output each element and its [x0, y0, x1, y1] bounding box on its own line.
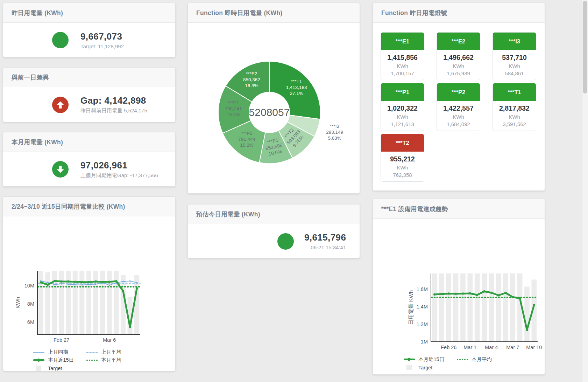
- target-bar: [432, 273, 437, 342]
- data-point[interactable]: [136, 282, 137, 283]
- tile-value: 2,817,832: [493, 104, 536, 112]
- legend-marker-icon: [33, 359, 44, 361]
- data-point[interactable]: [483, 290, 485, 292]
- donut-chart-canvas[interactable]: ***T11,413,18327.1%***I3293,1495.63%***T…: [188, 23, 360, 190]
- data-point[interactable]: [68, 284, 69, 285]
- data-point[interactable]: [54, 284, 55, 285]
- data-point[interactable]: [74, 281, 76, 283]
- tile-unit: KWh: [437, 63, 480, 69]
- data-point[interactable]: [54, 280, 56, 282]
- data-point[interactable]: [504, 292, 506, 294]
- data-point[interactable]: [497, 294, 500, 296]
- data-point[interactable]: [81, 284, 83, 286]
- card-title-estimate: 預估今日用電量 (KWh): [188, 204, 360, 224]
- kpi-timestamp: 06-21 15:34:41: [304, 244, 346, 250]
- tile-value: 955,212: [381, 155, 424, 163]
- data-point[interactable]: [94, 280, 97, 283]
- data-point[interactable]: [101, 281, 104, 283]
- kpi-text: 9,615,796 06-21 15:34:41: [304, 232, 346, 250]
- title-text: Function 昨日用電燈號: [381, 9, 447, 17]
- e1-trend-chart-area[interactable]: 1M1.2M1.4M1.6MFeb 26Mar 1Mar 4Mar 7Mar 1…: [373, 272, 545, 353]
- data-point[interactable]: [47, 284, 49, 286]
- tile-label: ***I3: [493, 33, 536, 50]
- y-axis-title: KWh: [15, 297, 21, 309]
- data-point[interactable]: [61, 283, 62, 285]
- legend-item-line[interactable]: 上月同期: [33, 348, 86, 356]
- data-point[interactable]: [88, 284, 90, 285]
- kpi-value: 9,615,796: [304, 232, 346, 243]
- donut-chart-area[interactable]: ***T11,413,18327.1%***I3293,1495.63%***T…: [188, 23, 360, 190]
- title-text: 2/24~3/10 近15日同期用電量比較 (KWh): [12, 202, 125, 211]
- status-tile-t1: ***T12,817,832KWh3,591,562: [493, 83, 536, 131]
- data-point[interactable]: [129, 326, 131, 328]
- target-bar: [79, 271, 84, 334]
- legend-item-dotted[interactable]: 本月平均: [86, 356, 140, 364]
- kpi-value: 97,026,961: [80, 160, 158, 171]
- data-point[interactable]: [533, 304, 535, 306]
- data-point[interactable]: [81, 281, 83, 283]
- kpi-text: Gap: 4,142,898 昨日與前日用電量 5,524,175: [80, 95, 147, 114]
- data-point[interactable]: [519, 297, 521, 299]
- data-point[interactable]: [455, 293, 457, 295]
- data-point[interactable]: [109, 284, 110, 286]
- data-point[interactable]: [469, 292, 471, 294]
- data-point[interactable]: [88, 281, 90, 283]
- data-point[interactable]: [129, 280, 131, 282]
- x-tick-label: Feb 26: [441, 345, 456, 350]
- tile-label: ***T2: [381, 134, 424, 152]
- data-point[interactable]: [115, 280, 117, 282]
- tile-target-value: 3,591,562: [493, 121, 536, 127]
- e1-trend-chart-canvas[interactable]: 1M1.2M1.4M1.6MFeb 26Mar 1Mar 4Mar 7Mar 1…: [375, 272, 543, 353]
- data-point[interactable]: [75, 284, 76, 285]
- legend-label: 上月同期: [48, 349, 68, 355]
- data-point[interactable]: [440, 293, 442, 295]
- legend-item-dashed[interactable]: 上月平均: [86, 348, 140, 356]
- legend-item-box[interactable]: Target: [33, 364, 86, 371]
- data-point[interactable]: [60, 280, 62, 283]
- card-yesterday-usage: 昨日用電量 (KWh) 9,667,073 Target: 11,128,992: [3, 3, 176, 57]
- card-estimate-today: 預估今日用電量 (KWh) 9,615,796 06-21 15:34:41: [187, 204, 360, 258]
- card-status-lights: Function 昨日用電燈號 ***E11,415,856KWh1,700,1…: [373, 3, 545, 191]
- data-point[interactable]: [526, 329, 528, 331]
- legend-label: 上月平均: [101, 349, 121, 355]
- status-tile-p1: ***P11,020,322KWh1,121,613: [381, 83, 424, 131]
- data-point[interactable]: [476, 294, 478, 296]
- tile-unit: KWh: [493, 114, 536, 120]
- legend-marker-icon: [404, 359, 415, 360]
- y-tick-label: 1.2M: [416, 321, 427, 327]
- legend-item-thick[interactable]: 本月近15日: [404, 355, 457, 363]
- card-title-yesterday: 昨日用電量 (KWh): [3, 3, 175, 23]
- data-point[interactable]: [136, 287, 138, 289]
- data-point[interactable]: [447, 292, 449, 294]
- data-point[interactable]: [40, 281, 42, 283]
- target-bar: [489, 273, 494, 342]
- tile-value: 1,020,322: [381, 104, 424, 112]
- tile-label: ***P1: [381, 83, 424, 101]
- data-point[interactable]: [433, 293, 435, 296]
- scrollbar-thumb[interactable]: [583, 1, 587, 93]
- data-point[interactable]: [462, 292, 464, 294]
- scrollbar[interactable]: [582, 0, 588, 382]
- data-point[interactable]: [95, 284, 97, 285]
- card-title-e1trend: ***E1 設備用電達成趨勢: [373, 199, 545, 219]
- data-point[interactable]: [490, 292, 492, 294]
- legend-label: 本月平均: [472, 356, 492, 363]
- legend-item-thick[interactable]: 本月近15日: [33, 356, 86, 364]
- data-point[interactable]: [122, 290, 124, 292]
- data-point[interactable]: [511, 296, 513, 298]
- compare-chart-canvas[interactable]: 6M8M10MFeb 27Mar 6KWh: [7, 270, 171, 345]
- data-point[interactable]: [108, 281, 111, 283]
- target-bar: [100, 271, 105, 334]
- x-tick-label: Feb 27: [54, 337, 69, 343]
- legend-item-dotted[interactable]: 本月平均: [457, 355, 510, 363]
- legend-item-box[interactable]: Target: [404, 363, 457, 371]
- legend-marker-icon: [406, 365, 412, 370]
- target-bar: [524, 287, 530, 342]
- data-point[interactable]: [67, 280, 69, 283]
- data-point[interactable]: [122, 281, 124, 282]
- title-text: 昨日用電量 (KWh): [12, 9, 63, 17]
- data-point[interactable]: [47, 282, 48, 283]
- compare-chart-area[interactable]: 6M8M10MFeb 27Mar 6KWh: [3, 270, 175, 345]
- target-bar: [86, 271, 91, 334]
- target-bar: [121, 275, 126, 334]
